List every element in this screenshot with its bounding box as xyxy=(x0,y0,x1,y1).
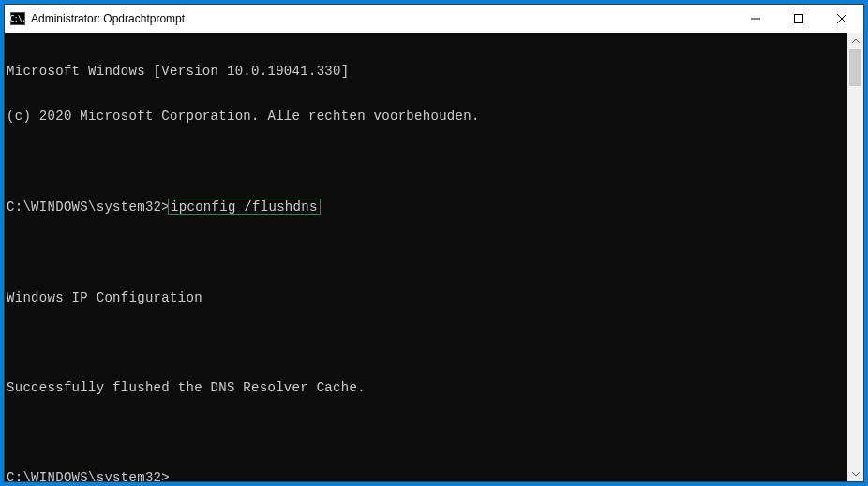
scroll-track[interactable] xyxy=(847,49,863,465)
command-highlight: ipconfig /flushdns xyxy=(168,199,321,215)
output-line: Successfully flushed the DNS Resolver Ca… xyxy=(7,380,847,395)
output-line: (c) 2020 Microsoft Corporation. Alle rec… xyxy=(7,109,847,124)
prompt-line: C:\WINDOWS\system32> xyxy=(7,470,847,481)
output-line: Windows IP Configuration xyxy=(7,290,847,305)
window-title: Administrator: Opdrachtprompt xyxy=(31,12,185,25)
output-line xyxy=(7,425,847,440)
app-icon: C:\. xyxy=(10,12,25,25)
titlebar[interactable]: C:\. Administrator: Opdrachtprompt xyxy=(5,5,863,33)
output-line xyxy=(7,154,847,169)
scroll-up-arrow[interactable] xyxy=(847,33,863,49)
maximize-button[interactable] xyxy=(777,5,820,33)
vertical-scrollbar[interactable] xyxy=(847,33,863,481)
prompt-text: C:\WINDOWS\system32> xyxy=(7,199,170,214)
minimize-icon xyxy=(751,14,760,23)
output-line xyxy=(7,245,847,260)
minimize-button[interactable] xyxy=(734,5,777,33)
chevron-up-icon xyxy=(852,39,860,43)
scroll-thumb[interactable] xyxy=(849,49,861,86)
scroll-down-arrow[interactable] xyxy=(847,465,863,481)
window-controls xyxy=(734,5,863,33)
output-line: Microsoft Windows [Version 10.0.19041.33… xyxy=(7,64,847,79)
maximize-icon xyxy=(794,14,803,23)
terminal-output[interactable]: Microsoft Windows [Version 10.0.19041.33… xyxy=(5,33,847,481)
svg-rect-1 xyxy=(795,15,803,23)
close-icon xyxy=(837,14,846,23)
close-button[interactable] xyxy=(820,5,863,33)
prompt-line: C:\WINDOWS\system32>ipconfig /flushdns xyxy=(7,199,847,215)
chevron-down-icon xyxy=(852,472,860,476)
client-area: Microsoft Windows [Version 10.0.19041.33… xyxy=(5,33,863,481)
command-prompt-window: C:\. Administrator: Opdrachtprompt Micro… xyxy=(4,4,864,482)
output-line xyxy=(7,335,847,350)
